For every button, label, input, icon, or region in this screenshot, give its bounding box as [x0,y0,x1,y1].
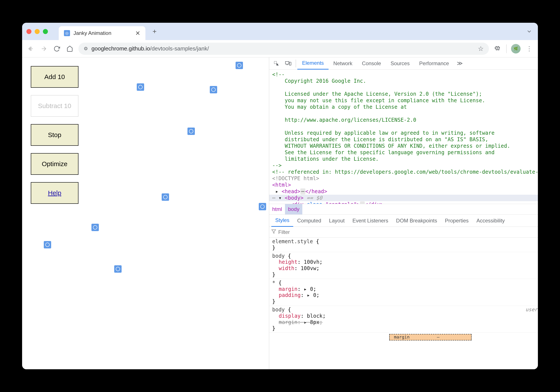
traffic-lights [26,29,48,34]
comment-node: <!-- Copyright 2016 Google Inc. Licensed… [272,71,510,168]
menu-icon[interactable]: ⋮ [525,44,534,53]
tab-favicon-icon: ◎ [64,30,70,36]
box-model-value: – [437,334,440,340]
mover-icon [162,193,169,201]
filter-input[interactable] [278,229,538,235]
extensions-icon[interactable] [493,44,502,53]
url-host: googlechrome.github.io [91,45,150,52]
selector[interactable]: body [272,307,285,313]
add-button[interactable]: Add 10 [31,66,79,88]
mover-icon [137,83,144,91]
css-declaration[interactable]: padding: ▸ 0; [272,292,538,298]
new-tab-button[interactable]: + [150,27,159,36]
css-rule[interactable]: user agent stylesheetbody {display: bloc… [269,306,538,333]
subtract-button[interactable]: Subtract 10 [31,95,79,117]
stop-button[interactable]: Stop [31,124,79,146]
css-declaration[interactable]: margin: ▸ 0; [272,286,538,292]
selector[interactable]: body [272,253,285,259]
selected-node[interactable]: ⋯ ▾ <body> == $0 [269,195,538,201]
mover-icon [91,224,99,231]
comment-node: <!-- referenced in: https://developers.g… [272,169,538,175]
panel-tab-event-listeners[interactable]: Event Listeners [349,215,392,227]
device-toolbar-icon[interactable] [282,57,294,69]
ellipsis-icon[interactable]: ⋯ [300,188,305,195]
url-path: /devtools-samples/jank/ [150,45,209,52]
back-button[interactable] [26,44,35,53]
dom-tree[interactable]: <!-- Copyright 2016 Google Inc. Licensed… [269,69,538,204]
styles-filter-bar: :hov .cls + [269,227,538,238]
filter-icon [271,229,276,235]
mover-icon [44,241,51,248]
html-tag[interactable]: <html> [272,182,291,188]
css-declaration[interactable]: width: 100vw; [272,265,538,272]
more-tabs-icon[interactable]: ≫ [454,57,466,69]
css-declaration[interactable]: height: 100vh; [272,259,538,265]
css-rule[interactable]: styles.css:20body {height: 100vh;width: … [269,252,538,279]
devtools-tab-elements[interactable]: Elements [297,57,329,69]
site-settings-icon[interactable]: ⚙ [84,46,88,51]
svg-marker-8 [272,230,276,233]
breadcrumb-html[interactable]: html [269,204,285,215]
svg-rect-6 [289,62,291,65]
panel-tab-accessibility[interactable]: Accessibility [472,215,509,227]
box-model[interactable]: margin – [269,333,538,341]
css-rule[interactable]: styles.css:15* {margin: ▸ 0;padding: ▸ 0… [269,279,538,306]
devtools-tabs: ElementsNetworkConsoleSourcesPerformance… [269,57,538,69]
reload-button[interactable] [52,44,61,53]
panel-tab-properties[interactable]: Properties [441,215,472,227]
titlebar: ◎ Janky Animation ✕ + [22,23,538,40]
mover-icon [259,203,266,210]
head-tag[interactable]: <head> [281,188,300,195]
svg-rect-4 [285,61,289,64]
browser-tab[interactable]: ◎ Janky Animation ✕ [59,26,145,40]
panel-tab-dom-breakpoints[interactable]: DOM Breakpoints [392,215,441,227]
panel-tab-layout[interactable]: Layout [325,215,349,227]
doctype-node: <!DOCTYPE html> [272,176,319,181]
panel-tab-styles[interactable]: Styles [271,215,293,227]
mover-icon [114,265,121,273]
rule-source[interactable]: user agent stylesheet [526,307,538,313]
tab-close-icon[interactable]: ✕ [135,30,140,37]
devtools-tab-sources[interactable]: Sources [386,57,414,69]
box-model-label: margin [394,334,410,340]
devtools-tab-performance[interactable]: Performance [414,57,454,69]
window-zoom-icon[interactable] [43,29,48,34]
window-close-icon[interactable] [26,29,31,34]
bookmark-icon[interactable]: ☆ [478,45,484,52]
controls-panel: Add 10 Subtract 10 Stop Optimize Help [31,66,79,204]
mover-icon [188,127,195,135]
selector[interactable]: * [272,280,275,286]
mover-icon [210,86,217,93]
inspect-element-icon[interactable] [270,57,282,69]
optimize-button[interactable]: Optimize [31,153,79,175]
css-declaration[interactable]: margin: ▸ 8px; [272,319,538,325]
tab-title: Janky Animation [73,30,111,36]
help-link[interactable]: Help [31,182,79,204]
panel-tab-computed[interactable]: Computed [293,215,325,227]
selector[interactable]: element.style [272,238,313,245]
home-button[interactable] [65,44,74,53]
devtools-tab-network[interactable]: Network [329,57,357,69]
breadcrumb-body[interactable]: body [285,204,302,215]
styles-panel-tabs: StylesComputedLayoutEvent ListenersDOM B… [269,215,538,227]
tree-node[interactable]: ▸ <div class="controls">⋯</div> [272,201,384,204]
css-declaration[interactable]: display: block; [272,313,538,319]
forward-button[interactable] [40,44,48,53]
breadcrumb: html body [269,204,538,215]
page-viewport: Add 10 Subtract 10 Stop Optimize Help [22,57,269,369]
separator [296,59,296,67]
css-rule[interactable]: element.style {} [269,238,538,252]
profile-avatar[interactable]: 🌿 [511,44,520,53]
address-bar[interactable]: ⚙ googlechrome.github.io/devtools-sample… [79,43,489,55]
separator [506,44,507,53]
devtools-tab-console[interactable]: Console [357,57,386,69]
toolbar: ⚙ googlechrome.github.io/devtools-sample… [22,40,538,57]
window-minimize-icon[interactable] [35,29,40,34]
browser-window: ◎ Janky Animation ✕ + ⚙ googlechrome.git… [22,23,538,369]
svg-rect-3 [274,61,277,64]
chevron-down-icon[interactable] [525,27,534,36]
content-area: Add 10 Subtract 10 Stop Optimize Help El… [22,57,538,369]
mover-icon [236,62,243,69]
styles-pane[interactable]: element.style {}styles.css:20body {heigh… [269,238,538,333]
devtools-panel: ElementsNetworkConsoleSourcesPerformance… [269,57,538,369]
